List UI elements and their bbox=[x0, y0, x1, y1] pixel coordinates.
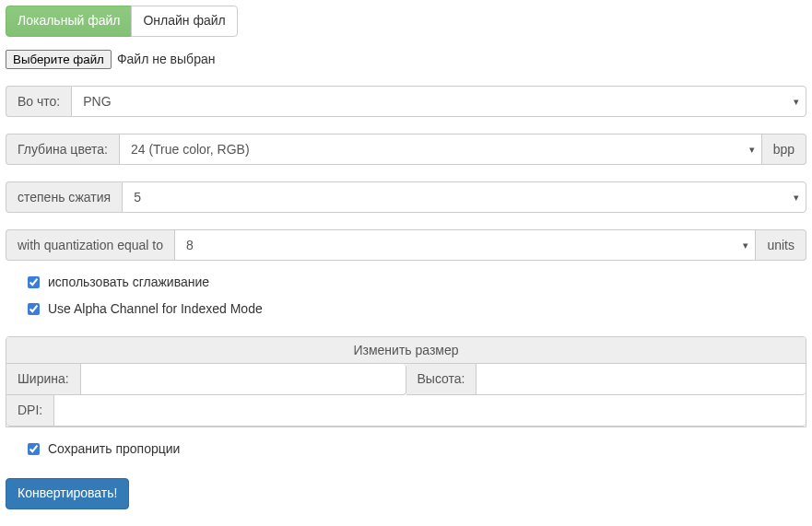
dpi-input[interactable] bbox=[53, 395, 806, 427]
width-input[interactable] bbox=[80, 364, 406, 395]
aspect-label[interactable]: Сохранить пропорции bbox=[48, 441, 180, 456]
color-depth-label: Глубина цвета: bbox=[6, 134, 119, 165]
antialias-checkbox[interactable] bbox=[28, 276, 40, 288]
target-format-select[interactable]: PNG bbox=[71, 86, 806, 117]
compression-label: степень сжатия bbox=[6, 181, 122, 213]
quantization-unit: units bbox=[756, 229, 806, 261]
alpha-checkbox-row: Use Alpha Channel for Indexed Mode bbox=[24, 300, 806, 318]
quantization-label: with quantization equal to bbox=[6, 229, 174, 261]
aspect-checkbox-row: Сохранить пропорции bbox=[24, 440, 806, 458]
compression-select[interactable]: 5 bbox=[122, 181, 806, 213]
choose-file-button[interactable]: Выберите файл bbox=[6, 50, 112, 69]
resize-panel: Изменить размер Ширина: Высота: DPI: bbox=[6, 336, 806, 427]
dpi-label: DPI: bbox=[6, 395, 53, 427]
width-label: Ширина: bbox=[6, 364, 80, 395]
color-depth-select[interactable]: 24 (True color, RGB) bbox=[119, 134, 762, 165]
quantization-select[interactable]: 8 bbox=[174, 229, 756, 261]
convert-button[interactable]: Конвертировать! bbox=[6, 478, 129, 509]
height-input[interactable] bbox=[476, 364, 806, 395]
dpi-group: DPI: bbox=[6, 395, 806, 427]
quantization-group: with quantization equal to 8 units bbox=[6, 229, 806, 261]
width-group: Ширина: bbox=[6, 364, 406, 395]
alpha-checkbox[interactable] bbox=[28, 303, 40, 315]
tab-online-file[interactable]: Онлайн файл bbox=[131, 6, 237, 37]
height-group: Высота: bbox=[406, 364, 806, 395]
source-tabs: Локальный файл Онлайн файл bbox=[6, 6, 238, 37]
height-label: Высота: bbox=[406, 364, 477, 395]
target-format-group: Во что: PNG bbox=[6, 86, 806, 117]
file-chooser-row: Выберите файл Файл не выбран bbox=[6, 50, 806, 69]
antialias-checkbox-row: использовать сглаживание bbox=[24, 274, 806, 291]
color-depth-unit: bpp bbox=[762, 134, 806, 165]
resize-header: Изменить размер bbox=[6, 337, 806, 364]
aspect-checkbox[interactable] bbox=[28, 443, 40, 455]
target-format-label: Во что: bbox=[6, 86, 71, 117]
compression-group: степень сжатия 5 bbox=[6, 181, 806, 213]
antialias-label[interactable]: использовать сглаживание bbox=[48, 275, 209, 289]
tab-local-file[interactable]: Локальный файл bbox=[6, 6, 132, 37]
alpha-label[interactable]: Use Alpha Channel for Indexed Mode bbox=[48, 301, 263, 316]
file-status-text: Файл не выбран bbox=[117, 52, 216, 66]
color-depth-group: Глубина цвета: 24 (True color, RGB) bpp bbox=[6, 134, 806, 165]
